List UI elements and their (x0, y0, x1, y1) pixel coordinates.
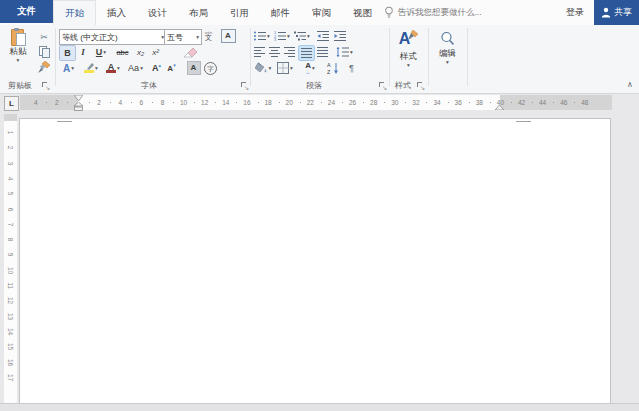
line-spacing-button[interactable]: ▾ (334, 45, 355, 59)
paste-button[interactable]: 粘贴 ▾ (3, 28, 33, 78)
tab-view[interactable]: 视图 (342, 0, 383, 25)
shading-button[interactable]: ▾ (253, 61, 273, 75)
enclose-characters-button[interactable]: 字 (203, 61, 218, 75)
tab-file[interactable]: 文件 (0, 0, 53, 23)
hruler-tick (152, 102, 153, 103)
hruler-number: 26 (349, 99, 356, 106)
decrease-indent-button[interactable] (315, 29, 330, 43)
shrink-font-button[interactable]: A ▾ (165, 61, 178, 75)
font-size-combo[interactable]: 五号 ▾ (164, 29, 202, 45)
align-left-button[interactable] (253, 45, 266, 59)
format-painter-button[interactable] (36, 60, 52, 74)
pilcrow-icon: ¶ (349, 63, 354, 73)
ruler-right-margin (500, 95, 612, 110)
tab-references[interactable]: 引用 (219, 0, 260, 25)
show-hide-marks-button[interactable]: ¶ (345, 61, 358, 75)
tab-stop-selector[interactable]: L (4, 96, 19, 111)
tab-design[interactable]: 设计 (137, 0, 178, 25)
grow-font-button[interactable]: A ▴ (150, 61, 163, 75)
editing-button[interactable]: 编辑 ▾ (431, 28, 464, 78)
numbering-button[interactable]: 1 2 3 ▾ (273, 29, 291, 43)
ribbon: 粘贴 ▾ ✂ 剪贴板 等线 (中文正文) ▾ 五号 (0, 25, 639, 94)
font-name-combo[interactable]: 等线 (中文正文) ▾ (59, 29, 167, 45)
crop-mark-top-right (516, 121, 531, 122)
clipboard-dialog-launcher[interactable] (41, 81, 50, 90)
hruler-number: 18 (264, 99, 271, 106)
vruler-number: 8 (7, 233, 14, 246)
increase-indent-button[interactable] (332, 29, 347, 43)
hruler-tick (215, 102, 216, 103)
vruler-number: 9 (7, 248, 14, 261)
clear-formatting-button[interactable] (182, 45, 199, 59)
copy-button[interactable] (36, 45, 52, 59)
bullets-button[interactable]: ▾ (253, 29, 271, 43)
copy-icon (39, 46, 50, 58)
asian-layout-button[interactable]: A ↔ ▾ (299, 61, 321, 75)
styles-button[interactable]: A 样式 ▾ (392, 28, 425, 78)
sort-button[interactable]: A Z (325, 61, 341, 75)
vruler-number: 6 (7, 203, 14, 216)
font-color-button[interactable]: A ▾ (103, 61, 123, 75)
hruler-number: 10 (180, 99, 187, 106)
share-button[interactable]: 共享 (594, 0, 639, 25)
bullets-icon (254, 31, 266, 41)
horizontal-ruler[interactable]: 4224681012141618202224262830323436384042… (20, 95, 612, 110)
subscript-button[interactable]: x₂ (134, 45, 147, 59)
first-line-indent-marker[interactable] (74, 95, 83, 101)
justify-icon (301, 48, 312, 58)
tab-insert[interactable]: 插入 (96, 0, 137, 25)
underline-button[interactable]: U ▾ (91, 45, 111, 59)
highlight-color-button[interactable]: ▾ (80, 61, 101, 75)
cut-button[interactable]: ✂ (36, 30, 52, 44)
align-right-icon (284, 47, 295, 57)
vertical-ruler[interactable]: 1234567891011121314151617 (4, 114, 17, 403)
hruler-number: 28 (370, 99, 377, 106)
italic-button[interactable]: I (77, 45, 89, 59)
tab-layout[interactable]: 布局 (178, 0, 219, 25)
collapse-ribbon-button[interactable]: ∧ (624, 80, 636, 90)
vruler-number: 12 (7, 294, 14, 307)
hruler-number: 30 (391, 99, 398, 106)
font-dialog-launcher[interactable] (240, 81, 249, 90)
hruler-number: 8 (161, 99, 165, 106)
character-shading-button[interactable]: A (186, 61, 201, 75)
borders-button[interactable]: ▾ (275, 61, 295, 75)
font-size-value: 五号 (167, 32, 183, 43)
hruler-number: 38 (476, 99, 483, 106)
superscript-button[interactable]: x² (149, 45, 162, 59)
paragraph-dialog-launcher[interactable] (378, 81, 387, 90)
hanging-indent-marker[interactable] (74, 102, 83, 111)
text-effects-button[interactable]: A ▾ (59, 61, 78, 75)
share-label: 共享 (614, 6, 632, 19)
tell-me-box[interactable]: 告诉我您想要做什么... (384, 0, 482, 25)
vruler-number: 14 (7, 325, 14, 338)
hruler-number: 24 (328, 99, 335, 106)
multilevel-list-button[interactable]: ▾ (293, 29, 311, 43)
phonetic-guide-button[interactable]: wén 文 (200, 29, 217, 43)
styles-dialog-launcher[interactable] (416, 81, 425, 90)
tab-mailings[interactable]: 邮件 (260, 0, 301, 25)
justify-button[interactable] (298, 45, 315, 61)
align-right-button[interactable] (283, 45, 296, 59)
align-center-button[interactable] (268, 45, 281, 59)
hruler-tick (279, 102, 280, 103)
bold-button[interactable]: B (59, 45, 76, 61)
vruler-number: 13 (7, 310, 14, 323)
borders-icon (277, 62, 289, 74)
tab-home[interactable]: 开始 (53, 0, 96, 25)
character-border-button[interactable]: A (220, 29, 236, 43)
strikethrough-button[interactable]: abc (113, 45, 132, 59)
distributed-button[interactable] (315, 45, 330, 59)
right-indent-marker[interactable] (495, 105, 504, 110)
increase-indent-icon (334, 31, 346, 41)
change-case-button[interactable]: Aa ▾ (125, 61, 146, 75)
vruler-number: 16 (7, 356, 14, 369)
document-page[interactable] (19, 118, 611, 405)
align-center-icon (269, 47, 280, 57)
text-effects-icon: A (63, 63, 70, 74)
hruler-tick (89, 102, 90, 103)
tab-review[interactable]: 审阅 (301, 0, 342, 25)
sign-in-link[interactable]: 登录 (566, 0, 584, 25)
vruler-number: 1 (7, 126, 14, 139)
hruler-tick (131, 102, 132, 103)
